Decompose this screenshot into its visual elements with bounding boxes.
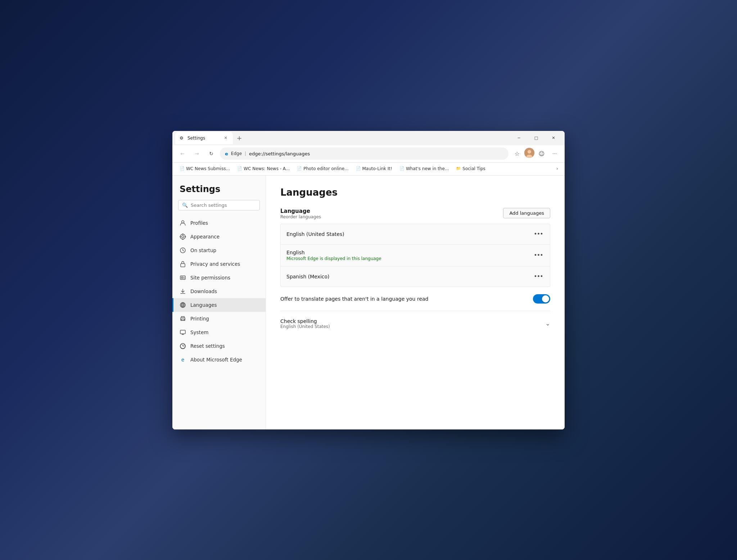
back-button[interactable]: ← [177, 148, 188, 159]
fav-icon-1: 📄 [237, 166, 242, 171]
sidebar-label-system: System [190, 329, 208, 335]
address-bar[interactable]: e Edge | edge://settings/languages [220, 147, 508, 160]
svg-point-1 [528, 150, 531, 154]
tab-bar: ⚙ Settings ✕ + [175, 132, 506, 144]
edge-brand-label: Edge [231, 151, 242, 156]
address-text: edge://settings/languages [249, 151, 503, 156]
language-more-button-0[interactable]: ••• [533, 229, 544, 239]
fav-icon-4: 📄 [399, 166, 404, 171]
close-button[interactable]: ✕ [545, 132, 562, 144]
system-icon [180, 329, 186, 336]
sidebar-item-site-permissions[interactable]: Site permissions [172, 271, 266, 284]
search-icon: 🔍 [182, 202, 188, 208]
language-item-2: Spanish (Mexico) ••• [280, 266, 550, 287]
avatar-image [524, 148, 534, 158]
sidebar-title: Settings [172, 184, 266, 200]
languages-icon [180, 302, 186, 308]
sidebar-item-privacy[interactable]: Privacy and services [172, 257, 266, 271]
language-item-1: English Microsoft Edge is displayed in t… [280, 244, 550, 266]
svg-point-7 [182, 239, 183, 240]
settings-more-button[interactable]: ··· [549, 148, 560, 159]
sidebar-item-profiles[interactable]: Profiles [172, 216, 266, 230]
language-more-button-1[interactable]: ••• [533, 250, 544, 260]
svg-rect-23 [180, 330, 185, 334]
svg-rect-22 [181, 319, 184, 320]
sidebar-item-system[interactable]: System [172, 325, 266, 339]
sidebar-label-languages: Languages [190, 302, 217, 308]
svg-point-4 [180, 234, 185, 239]
fav-item-0[interactable]: 📄 WC News Submiss... [177, 165, 233, 173]
startup-icon [180, 247, 186, 254]
sidebar-label-about: About Microsoft Edge [190, 357, 242, 363]
check-spelling-row[interactable]: Check spelling English (United States) ⌄ [280, 311, 550, 331]
svg-rect-11 [181, 264, 185, 267]
sidebar-item-about[interactable]: e About Microsoft Edge [172, 353, 266, 366]
language-more-button-2[interactable]: ••• [533, 272, 544, 282]
page-title: Languages [280, 187, 550, 198]
language-item-0: English (United States) ••• [280, 224, 550, 244]
offer-translate-toggle[interactable] [533, 294, 550, 304]
sidebar-label-reset: Reset settings [190, 343, 225, 349]
search-box[interactable]: 🔍 [178, 200, 260, 210]
fav-item-2[interactable]: 📄 Photo editor online... [294, 165, 351, 173]
fav-label-5: Social Tips [462, 166, 485, 171]
fav-icon-0: 📄 [180, 166, 185, 171]
favorites-button[interactable]: ☆ [511, 148, 523, 159]
fav-item-4[interactable]: 📄 What's new in the... [397, 165, 452, 173]
forward-button[interactable]: → [191, 148, 203, 159]
profile-avatar[interactable] [524, 148, 534, 158]
profiles-icon [180, 220, 186, 226]
sidebar-item-reset[interactable]: Reset settings [172, 339, 266, 353]
minimize-button[interactable]: ─ [511, 132, 527, 144]
printing-icon [180, 315, 186, 322]
search-input[interactable] [191, 202, 256, 208]
svg-point-8 [180, 236, 181, 237]
emoji-button[interactable]: ☺ [536, 148, 547, 159]
chevron-down-icon: ⌄ [546, 320, 550, 327]
appearance-icon [180, 233, 186, 240]
maximize-button[interactable]: □ [528, 132, 544, 144]
svg-point-6 [182, 234, 183, 235]
sidebar-item-languages[interactable]: Languages [172, 298, 266, 312]
privacy-icon [180, 261, 186, 267]
sidebar-item-printing[interactable]: Printing [172, 312, 266, 325]
fav-item-3[interactable]: 📄 Mauto-Link It! [353, 165, 395, 173]
fav-item-1[interactable]: 📄 WC News: News - A... [234, 165, 293, 173]
new-tab-button[interactable]: + [234, 133, 244, 143]
toolbar-actions: ☆ ☺ ··· [511, 148, 560, 159]
downloads-icon [180, 288, 186, 295]
tab-label: Settings [187, 136, 205, 141]
fav-folder-icon: 📁 [456, 166, 461, 171]
language-section-subtitle: Reorder languages [280, 214, 321, 219]
sidebar-label-downloads: Downloads [190, 288, 217, 294]
sidebar: Settings 🔍 Profiles Appearance [172, 176, 266, 429]
add-languages-button[interactable]: Add languages [503, 208, 550, 218]
language-section-info: Language Reorder languages [280, 208, 321, 219]
sidebar-item-downloads[interactable]: Downloads [172, 284, 266, 298]
favorites-more-button[interactable]: › [554, 165, 560, 173]
fav-label-2: Photo editor online... [303, 166, 348, 171]
sidebar-item-appearance[interactable]: Appearance [172, 230, 266, 243]
tab-close-button[interactable]: ✕ [223, 135, 229, 141]
tab-favicon-icon: ⚙ [180, 136, 185, 141]
toolbar: ← → ↻ e Edge | edge://settings/languages… [172, 145, 565, 163]
fav-label-4: What's new in the... [406, 166, 449, 171]
svg-point-9 [185, 236, 186, 237]
window-controls: ─ □ ✕ [511, 132, 562, 144]
svg-point-5 [182, 236, 184, 238]
active-tab[interactable]: ⚙ Settings ✕ [175, 132, 233, 144]
sidebar-label-privacy: Privacy and services [190, 261, 240, 267]
language-section-title: Language [280, 208, 321, 214]
sidebar-label-appearance: Appearance [190, 234, 220, 240]
browser-window: ⚙ Settings ✕ + ─ □ ✕ ← → ↻ e Edge | edge… [172, 131, 565, 429]
fav-icon-2: 📄 [297, 166, 302, 171]
refresh-button[interactable]: ↻ [205, 148, 217, 159]
address-separator: | [245, 151, 246, 156]
sidebar-label-printing: Printing [190, 316, 209, 322]
language-name-0: English (United States) [286, 231, 344, 237]
site-permissions-icon [180, 274, 186, 281]
main-content: Languages Language Reorder languages Add… [266, 176, 565, 429]
sidebar-label-profiles: Profiles [190, 220, 208, 226]
fav-item-5[interactable]: 📁 Social Tips [453, 165, 488, 173]
sidebar-item-startup[interactable]: On startup [172, 243, 266, 257]
